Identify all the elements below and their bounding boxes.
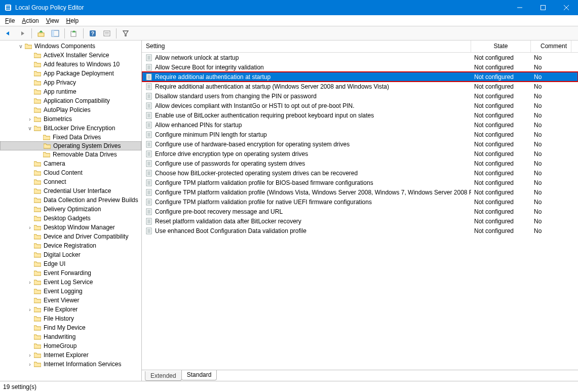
tree-item[interactable]: ›Internet Explorer	[0, 350, 141, 360]
chevron-right-icon[interactable]: ›	[26, 307, 33, 312]
svg-rect-102	[146, 218, 151, 224]
column-header-state[interactable]: State	[471, 41, 531, 52]
policy-row[interactable]: Configure TPM platform validation profil…	[142, 187, 578, 197]
svg-rect-5	[541, 6, 546, 10]
tree-item[interactable]: Removable Data Drives	[0, 150, 141, 159]
show-hide-tree-button[interactable]	[49, 27, 61, 40]
close-button[interactable]	[555, 0, 578, 15]
tree-item[interactable]: File History	[0, 314, 141, 323]
policy-row[interactable]: Choose how BitLocker-protected operating…	[142, 168, 578, 178]
policy-row[interactable]: Configure use of hardware-based encrypti…	[142, 139, 578, 149]
folder-icon	[33, 233, 42, 240]
tree-item[interactable]: HomeGroup	[0, 341, 141, 350]
chevron-right-icon[interactable]: ›	[26, 116, 33, 122]
tree-item[interactable]: Find My Device	[0, 323, 141, 332]
column-header-setting[interactable]: Setting	[142, 41, 471, 52]
svg-rect-97	[146, 209, 151, 215]
tree-item[interactable]: ›Desktop Window Manager	[0, 223, 141, 232]
tree-item[interactable]: Cloud Content	[0, 168, 141, 177]
policy-row[interactable]: Reset platform validation data after Bit…	[142, 216, 578, 226]
tree-item[interactable]: Data Collection and Preview Builds	[0, 195, 141, 205]
policy-state: Not configured	[471, 122, 531, 129]
tree-item-windows-components[interactable]: v Windows Components	[0, 42, 141, 51]
policy-row[interactable]: Enable use of BitLocker authentication r…	[142, 110, 578, 120]
tree-item[interactable]: App runtime	[0, 87, 141, 96]
column-header-comment[interactable]: Comment	[531, 41, 571, 52]
policy-row[interactable]: Disallow standard users from changing th…	[142, 91, 578, 101]
chevron-right-icon[interactable]: ›	[26, 362, 33, 367]
policy-row[interactable]: Allow devices compliant with InstantGo o…	[142, 101, 578, 110]
chevron-down-icon[interactable]: v	[26, 126, 33, 131]
policy-row[interactable]: Configure pre-boot recovery message and …	[142, 207, 578, 216]
tree-item[interactable]: Desktop Gadgets	[0, 214, 141, 223]
tab-extended[interactable]: Extended	[145, 371, 182, 381]
chevron-right-icon[interactable]: ›	[26, 280, 33, 285]
tab-standard[interactable]: Standard	[181, 370, 217, 380]
tree-item[interactable]: ›File Explorer	[0, 305, 141, 314]
policy-state: Not configured	[471, 102, 531, 109]
policy-row[interactable]: Configure minimum PIN length for startup…	[142, 130, 578, 139]
policy-row[interactable]: Allow enhanced PINs for startupNot confi…	[142, 120, 578, 130]
tree-pane[interactable]: v Windows Components ActiveX Installer S…	[0, 41, 142, 381]
list-body[interactable]: Allow network unlock at startupNot confi…	[142, 53, 578, 370]
policy-row[interactable]: Use enhanced Boot Configuration Data val…	[142, 226, 578, 236]
up-button[interactable]	[35, 27, 47, 40]
tree-item[interactable]: Digital Locker	[0, 250, 141, 259]
tree-item[interactable]: Operating System Drives	[0, 141, 141, 150]
tree-item[interactable]: App Package Deployment	[0, 69, 141, 78]
tree-item[interactable]: vBitLocker Drive Encryption	[0, 124, 141, 133]
menu-file[interactable]: File	[2, 16, 18, 25]
folder-icon	[43, 142, 51, 149]
help-button[interactable]: ?	[87, 27, 99, 40]
forward-button[interactable]	[16, 27, 28, 40]
tree-item[interactable]: Event Viewer	[0, 296, 141, 305]
tree-item[interactable]: Edge UI	[0, 259, 141, 268]
chevron-right-icon[interactable]: ›	[26, 352, 33, 358]
tree-item[interactable]: Fixed Data Drives	[0, 133, 141, 142]
policy-row[interactable]: Configure use of passwords for operating…	[142, 159, 578, 168]
tree-item[interactable]: App Privacy	[0, 78, 141, 87]
chevron-right-icon[interactable]: ›	[26, 225, 33, 230]
tree-item[interactable]: Handwriting	[0, 332, 141, 341]
tree-item[interactable]: Event Forwarding	[0, 268, 141, 278]
filter-button[interactable]	[120, 27, 132, 40]
export-list-button[interactable]	[68, 27, 80, 40]
svg-rect-77	[146, 170, 151, 176]
policy-row[interactable]: Require additional authentication at sta…	[142, 72, 578, 82]
policy-name: Require additional authentication at sta…	[155, 83, 389, 90]
tree-item-label: Windows Components	[34, 43, 95, 50]
policy-row[interactable]: Allow network unlock at startupNot confi…	[142, 53, 578, 62]
back-button[interactable]	[2, 27, 14, 40]
folder-icon	[33, 178, 42, 185]
tree-item[interactable]: Device Registration	[0, 241, 141, 250]
policy-row[interactable]: Require additional authentication at sta…	[142, 82, 578, 91]
policy-row[interactable]: Enforce drive encryption type on operati…	[142, 149, 578, 159]
policy-state: Not configured	[471, 73, 531, 81]
tree-item[interactable]: ›Biometrics	[0, 114, 141, 124]
policy-row[interactable]: Allow Secure Boot for integrity validati…	[142, 62, 578, 72]
policy-row[interactable]: Configure TPM platform validation profil…	[142, 178, 578, 187]
policy-row[interactable]: Configure TPM platform validation profil…	[142, 197, 578, 207]
tree-item[interactable]: Camera	[0, 159, 141, 168]
tree-item[interactable]: ActiveX Installer Service	[0, 51, 141, 60]
chevron-down-icon[interactable]: v	[17, 44, 24, 49]
tree-item[interactable]: Credential User Interface	[0, 186, 141, 195]
maximize-button[interactable]	[531, 0, 555, 15]
minimize-button[interactable]	[508, 0, 531, 15]
tree-item[interactable]: Event Logging	[0, 287, 141, 296]
folder-icon	[33, 279, 42, 286]
tree-item[interactable]: Connect	[0, 177, 141, 186]
tree-item[interactable]: Add features to Windows 10	[0, 60, 141, 69]
tree-item[interactable]: Application Compatibility	[0, 96, 141, 105]
tree-item[interactable]: Delivery Optimization	[0, 205, 141, 214]
tree-item[interactable]: AutoPlay Policies	[0, 105, 141, 114]
properties-button[interactable]	[101, 27, 113, 40]
menu-help[interactable]: Help	[63, 16, 82, 25]
tree-item[interactable]: ›Event Log Service	[0, 278, 141, 287]
menu-view[interactable]: View	[43, 16, 62, 25]
policy-comment: No	[531, 170, 571, 177]
folder-icon	[33, 315, 42, 322]
tree-item[interactable]: Device and Driver Compatibility	[0, 232, 141, 241]
menu-action[interactable]: Action	[19, 16, 42, 25]
tree-item[interactable]: ›Internet Information Services	[0, 360, 141, 369]
